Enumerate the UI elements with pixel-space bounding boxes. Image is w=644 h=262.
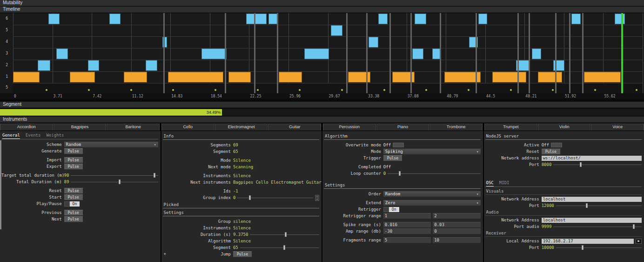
slider-handle[interactable] xyxy=(285,232,287,237)
timeline-note-block[interactable] xyxy=(13,72,40,83)
port-slider[interactable] xyxy=(553,162,642,167)
instrument-tab-electromagnet[interactable]: Electromagnet xyxy=(215,124,268,131)
port-slider[interactable] xyxy=(556,245,642,250)
group-index-slider[interactable] xyxy=(237,195,313,200)
timeline-note-block[interactable] xyxy=(331,25,342,36)
slider-handle[interactable] xyxy=(154,173,155,178)
loop-counter-slider[interactable] xyxy=(388,171,480,176)
timeline-note-block[interactable] xyxy=(478,14,487,24)
timeline-note-block[interactable] xyxy=(412,48,423,59)
segment-slider[interactable] xyxy=(240,245,319,250)
scrollbar[interactable] xyxy=(0,140,1,229)
instrument-tab-voice[interactable]: Voice xyxy=(591,124,644,131)
jump-button[interactable]: Pulse xyxy=(233,251,252,257)
port-slider[interactable] xyxy=(556,203,642,208)
timeline-note-block[interactable] xyxy=(279,72,302,83)
timeline-note-block[interactable] xyxy=(109,14,121,24)
timeline-note-block[interactable] xyxy=(88,60,99,71)
timeline-note-block[interactable] xyxy=(48,14,60,24)
timeline-note-block[interactable] xyxy=(56,48,67,59)
timeline-note-block[interactable] xyxy=(415,14,426,24)
amp-range-db-max[interactable]: 0 xyxy=(433,228,480,234)
instrument-tab-trombone[interactable]: Trombone xyxy=(429,124,483,131)
fragments-range-max[interactable]: 10 xyxy=(433,237,480,243)
network-address-input[interactable]: localhost xyxy=(542,218,642,223)
fragments-range-min[interactable]: 5 xyxy=(383,237,431,243)
add-button[interactable]: + xyxy=(164,251,166,256)
play-pause-toggle[interactable]: On xyxy=(64,201,80,207)
reset-button[interactable]: Pulse xyxy=(64,188,83,194)
scheme-dropdown[interactable]: Random▾ xyxy=(64,142,158,147)
timeline-note-block[interactable] xyxy=(268,14,277,24)
trigger-button[interactable]: Pulse xyxy=(383,155,402,161)
instrument-tab-cello[interactable]: Cello xyxy=(161,124,215,131)
timeline-note-block[interactable] xyxy=(492,72,526,83)
spike-range-s-min[interactable]: 0.016 xyxy=(383,222,431,228)
timeline-note-block[interactable] xyxy=(378,14,388,24)
timeline-note-block[interactable] xyxy=(168,72,223,83)
timeline-note-block[interactable] xyxy=(228,72,251,83)
retrigger-range-min[interactable]: 1 xyxy=(383,213,431,219)
instrument-tab-percussion[interactable]: Percussion xyxy=(323,124,376,131)
previous-button[interactable]: Pulse xyxy=(64,210,83,216)
tab-weights[interactable]: Weights xyxy=(46,132,64,139)
slider-handle[interactable] xyxy=(399,171,401,176)
timeline-note-block[interactable] xyxy=(584,72,620,83)
port-audio-slider[interactable] xyxy=(553,224,642,229)
instrument-tab-bagpipes[interactable]: Bagpipes xyxy=(54,124,107,131)
timeline-note-block[interactable] xyxy=(369,37,378,48)
timeline-note-block[interactable] xyxy=(70,72,95,83)
import-button[interactable]: Pulse xyxy=(64,157,83,163)
instrument-tab-piano[interactable]: Piano xyxy=(376,124,429,131)
tab-events[interactable]: Events xyxy=(26,132,41,139)
local-address-input[interactable]: 192.168.2.17 xyxy=(542,239,634,244)
slider-handle[interactable] xyxy=(249,195,251,200)
active-toggle[interactable] xyxy=(551,143,562,147)
instrument-tab-trumpet[interactable]: Trumpet xyxy=(484,124,537,131)
timeline-note-block[interactable] xyxy=(201,48,227,59)
slider-handle[interactable] xyxy=(283,245,285,250)
instrument-tab-baritone[interactable]: Baritone xyxy=(107,124,160,131)
mode-dropdown[interactable]: Spiking▾ xyxy=(383,149,481,154)
timeline-plot-area[interactable] xyxy=(13,13,643,93)
slider-handle[interactable] xyxy=(119,179,121,184)
slider-handle[interactable] xyxy=(580,162,582,167)
next-button[interactable]: Pulse xyxy=(64,216,83,222)
duration-s-slider[interactable] xyxy=(250,232,319,237)
timeline-note-block[interactable] xyxy=(538,72,562,83)
total-duration-m-slider[interactable] xyxy=(71,179,158,185)
network-address-input[interactable]: localhost xyxy=(542,197,642,202)
start-button[interactable]: Pulse xyxy=(64,194,83,200)
slider-handle[interactable] xyxy=(582,245,584,250)
instrument-tab-guitar[interactable]: Guitar xyxy=(268,124,321,131)
timeline-note-block[interactable] xyxy=(532,48,541,59)
timeline-note-block[interactable] xyxy=(124,72,147,83)
tab-osc[interactable]: OSC xyxy=(486,180,494,186)
spinner[interactable]: ▴▾ xyxy=(315,195,319,201)
spike-range-s-max[interactable]: 0.03 xyxy=(433,222,480,228)
retrigger-range-max[interactable]: 2 xyxy=(433,213,480,219)
reset-button[interactable]: Pulse xyxy=(542,149,560,155)
amp-range-db-min[interactable]: -30 xyxy=(383,228,431,234)
timeline-note-block[interactable] xyxy=(571,14,581,24)
overwrite-mode-toggle[interactable] xyxy=(393,143,404,147)
timeline-note-block[interactable] xyxy=(146,60,157,71)
generate-button[interactable]: Pulse xyxy=(64,148,83,154)
tab-midi[interactable]: MIDI xyxy=(499,180,510,186)
order-dropdown[interactable]: Random▾ xyxy=(383,191,481,197)
target-total-duration-m-slider[interactable] xyxy=(71,172,158,178)
slider-handle[interactable] xyxy=(633,224,635,229)
slider-handle[interactable] xyxy=(586,203,588,208)
extend-dropdown[interactable]: Zero▾ xyxy=(383,200,481,206)
send-button[interactable]: ▶ xyxy=(636,239,642,244)
timeline-note-block[interactable] xyxy=(246,14,267,24)
instrument-tab-violin[interactable]: Violin xyxy=(538,124,591,131)
timeline-note-block[interactable] xyxy=(615,14,625,24)
network-address-input[interactable]: ws://localhost/ xyxy=(542,156,642,161)
timeline-note-block[interactable] xyxy=(38,60,50,71)
tab-general[interactable]: General xyxy=(2,132,20,139)
instrument-tab-accordion[interactable]: Accordion xyxy=(0,124,53,131)
timeline-note-block[interactable] xyxy=(304,48,329,59)
export-button[interactable]: Pulse xyxy=(64,164,83,170)
retrigger-toggle[interactable]: On xyxy=(383,207,399,212)
